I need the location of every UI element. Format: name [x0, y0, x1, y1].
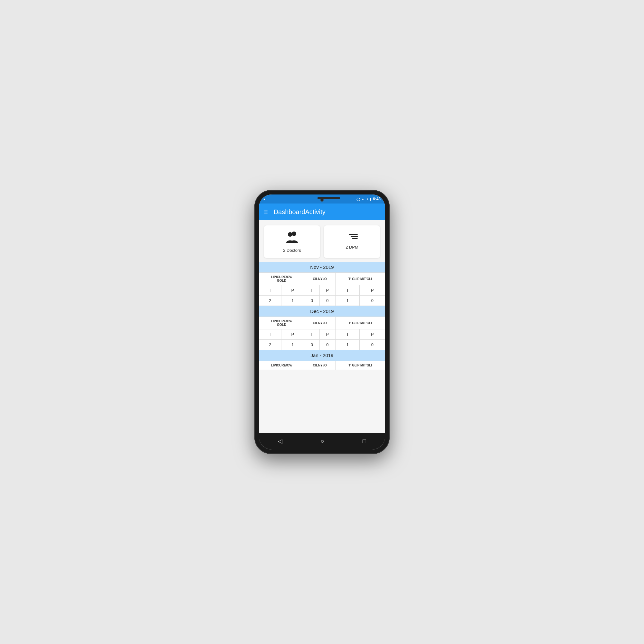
nov-section: Nov - 2019 LIPICURE/CV/GOLD CILNY /O T' …	[259, 262, 385, 306]
dec-header: Dec - 2019	[259, 306, 385, 317]
nov-val-5: 1	[336, 296, 360, 306]
svg-point-0	[292, 232, 296, 236]
dpm-line-2	[351, 236, 358, 237]
nov-val-6: 0	[360, 296, 385, 306]
battery-icon: ▮	[370, 197, 372, 201]
dec-val-4: 0	[319, 340, 336, 350]
cards-row: 2 Doctors 2 DPM	[259, 220, 385, 262]
phone-device: ■ ◯ ▲ ✦ ▮ 6:43 ≡ DashboardActivity	[254, 190, 390, 454]
dec-val-5: 1	[336, 340, 360, 350]
dpm-line-3	[352, 238, 358, 239]
doctors-icon	[285, 231, 299, 245]
home-button[interactable]: ○	[314, 435, 331, 447]
jan-col-lipicure: LIPICURE/CV/	[259, 361, 304, 370]
dpm-label: 2 DPM	[346, 245, 358, 250]
dec-section: Dec - 2019 LIPICURE/CV/GOLD CILNY /O T' …	[259, 306, 385, 350]
airplane-icon: ✦	[366, 197, 368, 201]
nov-col-cilny: CILNY /O	[304, 273, 336, 285]
table-row: 2 1 0 0 1 0	[259, 340, 385, 350]
signal-icon: ◯	[356, 197, 360, 201]
wifi-icon: ▲	[361, 197, 365, 201]
jan-table: LIPICURE/CV/ CILNY /O T' GLIP M/T'GLI	[259, 361, 385, 370]
nov-val-4: 0	[319, 296, 336, 306]
recents-button[interactable]: □	[356, 435, 373, 447]
status-bar-right: ◯ ▲ ✦ ▮ 6:43	[356, 197, 381, 201]
phone-screen: ■ ◯ ▲ ✦ ▮ 6:43 ≡ DashboardActivity	[259, 194, 385, 450]
dec-val-2: 1	[281, 340, 304, 350]
nov-header: Nov - 2019	[259, 262, 385, 272]
dec-sub-t2: T	[304, 329, 320, 340]
jan-section: Jan - 2019 LIPICURE/CV/ CILNY /O T' GLIP…	[259, 350, 385, 370]
speaker	[317, 197, 340, 199]
status-bar-left: ■	[263, 197, 266, 201]
dpm-card[interactable]: 2 DPM	[324, 225, 380, 258]
calendar-icon: ■	[263, 197, 265, 201]
jan-col-glip: T' GLIP M/T'GLI	[336, 361, 385, 370]
main-content: 2 Doctors 2 DPM Nov - 2019	[259, 220, 385, 433]
doctors-card[interactable]: 2 Doctors	[264, 225, 320, 258]
app-title: DashboardActivity	[274, 208, 326, 216]
hamburger-menu-icon[interactable]: ≡	[264, 208, 268, 216]
dec-col-glip: T' GLIP M/T'GLI	[336, 317, 385, 329]
dec-val-3: 0	[304, 340, 320, 350]
nov-col-glip: T' GLIP M/T'GLI	[336, 273, 385, 285]
nov-val-1: 2	[259, 296, 281, 306]
dpm-line-1	[349, 234, 358, 235]
dpm-icon	[346, 231, 358, 242]
dec-sub-t3: T	[336, 329, 360, 340]
nov-val-3: 0	[304, 296, 320, 306]
dec-col-lipicure: LIPICURE/CV/GOLD	[259, 317, 304, 329]
dec-col-cilny: CILNY /O	[304, 317, 336, 329]
dec-sub-t1: T	[259, 329, 281, 340]
nov-sub-t1: T	[259, 285, 281, 296]
dec-val-1: 2	[259, 340, 281, 350]
nov-sub-p2: P	[319, 285, 336, 296]
app-bar: ≡ DashboardActivity	[259, 204, 385, 220]
back-button[interactable]: ◁	[271, 435, 289, 447]
dec-sub-p3: P	[360, 329, 385, 340]
dec-val-6: 0	[360, 340, 385, 350]
nov-val-2: 1	[281, 296, 304, 306]
nov-col-lipicure: LIPICURE/CV/GOLD	[259, 273, 304, 285]
dec-sub-p2: P	[319, 329, 336, 340]
status-time: 6:43	[373, 197, 381, 201]
nov-sub-p1: P	[281, 285, 304, 296]
dec-table: LIPICURE/CV/GOLD CILNY /O T' GLIP M/T'GL…	[259, 317, 385, 350]
table-row: 2 1 0 0 1 0	[259, 296, 385, 306]
nov-sub-p3: P	[360, 285, 385, 296]
svg-point-1	[288, 232, 292, 237]
jan-col-cilny: CILNY /O	[304, 361, 336, 370]
dec-sub-p1: P	[281, 329, 304, 340]
jan-header: Jan - 2019	[259, 350, 385, 361]
nov-sub-t3: T	[336, 285, 360, 296]
doctors-label: 2 Doctors	[283, 248, 301, 253]
nov-table: LIPICURE/CV/GOLD CILNY /O T' GLIP M/T'GL…	[259, 272, 385, 306]
nov-sub-t2: T	[304, 285, 320, 296]
bottom-nav: ◁ ○ □	[259, 433, 385, 450]
